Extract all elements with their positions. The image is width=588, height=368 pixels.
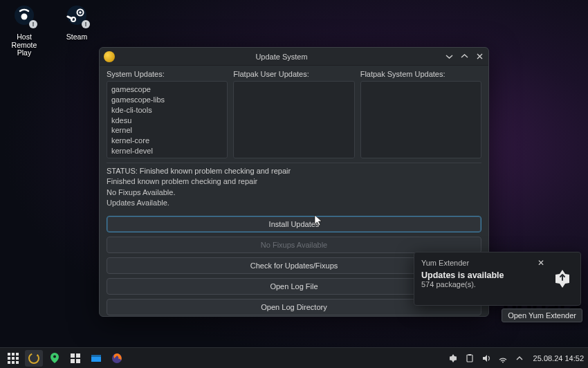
taskbar-file-manager[interactable] bbox=[87, 350, 105, 367]
steam-icon: ! bbox=[63, 4, 91, 32]
status-detail: No Fixups Available. bbox=[107, 187, 481, 198]
app-icon bbox=[104, 51, 115, 62]
desktop-icons: ! Host Remote Play ! Steam bbox=[4, 4, 97, 57]
svg-rect-10 bbox=[8, 353, 10, 356]
svg-rect-12 bbox=[16, 353, 19, 356]
package-item[interactable]: kdesu bbox=[111, 116, 223, 126]
taskbar-update-system[interactable] bbox=[25, 350, 43, 367]
remote-play-icon: ! bbox=[10, 4, 38, 32]
svg-rect-25 bbox=[91, 355, 101, 357]
svg-point-6 bbox=[79, 11, 82, 14]
tray-chevron-up-icon[interactable] bbox=[514, 353, 525, 364]
status-line: STATUS: Finished known problem checking … bbox=[107, 166, 481, 176]
taskbar-clock[interactable]: 25.08.24 14:52 bbox=[533, 354, 584, 362]
desktop-icon-host-remote-play[interactable]: ! Host Remote Play bbox=[4, 4, 44, 57]
notification-popup[interactable]: Yum Extender ✕ Updates is available 574 … bbox=[414, 252, 581, 306]
svg-rect-17 bbox=[12, 361, 15, 364]
tray-network-icon[interactable] bbox=[497, 353, 508, 364]
taskbar-firefox[interactable] bbox=[108, 350, 126, 367]
svg-rect-18 bbox=[16, 361, 19, 364]
column-header: Flatpak User Updates: bbox=[233, 70, 354, 78]
package-item[interactable]: kernel-devel bbox=[111, 146, 223, 156]
system-updates-column: System Updates: gamescopegamescope-libsk… bbox=[107, 70, 228, 158]
notification-app-name: Yum Extender bbox=[421, 259, 469, 267]
titlebar[interactable]: Update System bbox=[100, 48, 488, 66]
package-item[interactable]: kernel-core bbox=[111, 136, 223, 146]
flatpak-user-list[interactable] bbox=[233, 81, 354, 158]
package-item[interactable]: kernel bbox=[111, 125, 223, 136]
status-detail: Updates Available. bbox=[107, 198, 481, 208]
svg-text:!: ! bbox=[85, 21, 87, 28]
app-launcher-button[interactable] bbox=[4, 350, 22, 367]
column-header: System Updates: bbox=[107, 70, 228, 78]
svg-rect-27 bbox=[467, 355, 472, 362]
desktop-icon-label: Steam bbox=[66, 33, 87, 42]
desktop-icon-steam[interactable]: ! Steam bbox=[57, 4, 97, 57]
taskbar: 25.08.24 14:52 bbox=[0, 347, 588, 368]
taskbar-nobara-welcome[interactable] bbox=[46, 350, 64, 367]
notification-message: Updates is available bbox=[421, 270, 544, 280]
taskbar-overview[interactable] bbox=[66, 350, 84, 367]
notification-subtext: 574 package(s). bbox=[421, 280, 544, 288]
close-button[interactable] bbox=[475, 52, 484, 62]
flatpak-system-list[interactable] bbox=[360, 81, 481, 158]
package-item[interactable]: gamescope bbox=[111, 84, 223, 95]
status-detail: Finished known problem checking and repa… bbox=[107, 176, 481, 187]
svg-point-29 bbox=[502, 361, 504, 362]
tray-update-icon[interactable] bbox=[448, 353, 459, 364]
desktop: ! Host Remote Play ! Steam nobara Update… bbox=[0, 0, 588, 347]
flatpak-user-column: Flatpak User Updates: bbox=[233, 70, 354, 158]
tray-audio-icon[interactable] bbox=[481, 353, 492, 364]
notification-tooltip: Open Yum Extender bbox=[502, 309, 582, 322]
svg-rect-28 bbox=[468, 354, 471, 356]
maximize-button[interactable] bbox=[459, 52, 469, 62]
svg-rect-23 bbox=[71, 359, 75, 363]
update-icon bbox=[551, 268, 573, 290]
svg-point-20 bbox=[53, 355, 56, 358]
svg-point-1 bbox=[21, 14, 28, 20]
package-item[interactable]: gamescope-libs bbox=[111, 95, 223, 105]
package-item[interactable]: kernel-devel-matched bbox=[111, 156, 223, 158]
no-fixups-button: No Fixups Available bbox=[107, 237, 481, 253]
svg-rect-15 bbox=[16, 357, 19, 360]
install-updates-button[interactable]: Install Updates bbox=[107, 216, 481, 232]
svg-rect-21 bbox=[71, 353, 75, 358]
system-tray: 25.08.24 14:52 bbox=[448, 353, 584, 364]
tray-clipboard-icon[interactable] bbox=[464, 353, 475, 364]
svg-rect-22 bbox=[76, 353, 80, 358]
system-updates-list[interactable]: gamescopegamescope-libskde-cli-toolskdes… bbox=[107, 81, 228, 158]
minimize-button[interactable] bbox=[444, 52, 454, 62]
column-header: Flatpak System Updates: bbox=[360, 70, 481, 78]
window-title: Update System bbox=[119, 53, 444, 61]
status-area: STATUS: Finished known problem checking … bbox=[107, 163, 481, 209]
svg-rect-24 bbox=[76, 359, 80, 363]
package-item[interactable]: kde-cli-tools bbox=[111, 105, 223, 116]
svg-rect-13 bbox=[8, 357, 10, 360]
svg-text:!: ! bbox=[33, 21, 35, 28]
svg-rect-16 bbox=[8, 361, 10, 364]
flatpak-system-column: Flatpak System Updates: bbox=[360, 70, 481, 158]
svg-rect-11 bbox=[12, 353, 15, 356]
svg-rect-14 bbox=[12, 357, 15, 360]
notification-close-button[interactable]: ✕ bbox=[538, 258, 544, 268]
desktop-icon-label: Host Remote Play bbox=[4, 33, 44, 57]
